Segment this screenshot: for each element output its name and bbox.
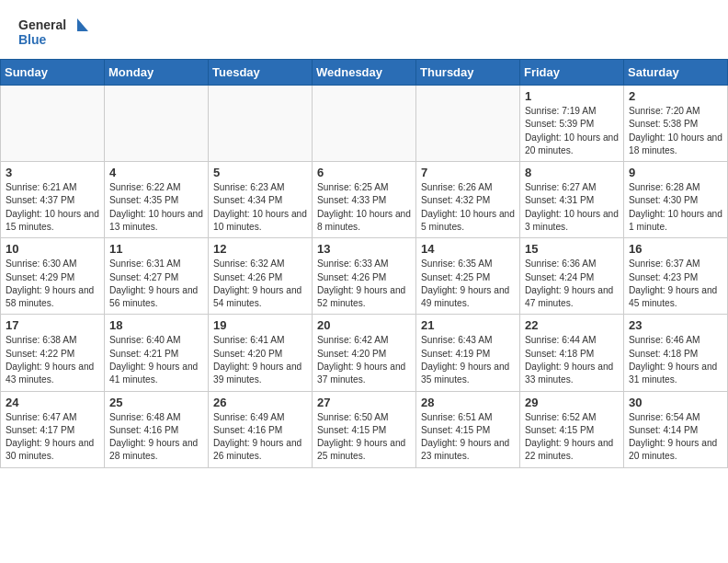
calendar-cell: 24Sunrise: 6:47 AM Sunset: 4:17 PM Dayli… bbox=[1, 391, 105, 467]
calendar-cell: 10Sunrise: 6:30 AM Sunset: 4:29 PM Dayli… bbox=[1, 238, 105, 315]
calendar-cell: 20Sunrise: 6:42 AM Sunset: 4:20 PM Dayli… bbox=[313, 315, 416, 391]
calendar-cell: 21Sunrise: 6:43 AM Sunset: 4:19 PM Dayli… bbox=[416, 315, 520, 391]
day-info: Sunrise: 6:32 AM Sunset: 4:26 PM Dayligh… bbox=[213, 258, 307, 310]
day-info: Sunrise: 6:26 AM Sunset: 4:32 PM Dayligh… bbox=[421, 181, 515, 234]
day-info: Sunrise: 6:52 AM Sunset: 4:15 PM Dayligh… bbox=[525, 411, 619, 464]
logo: GeneralBlue bbox=[18, 15, 92, 50]
calendar-header-sunday: Sunday bbox=[1, 60, 105, 86]
day-info: Sunrise: 6:33 AM Sunset: 4:26 PM Dayligh… bbox=[317, 258, 411, 310]
day-number: 4 bbox=[109, 166, 203, 179]
day-info: Sunrise: 6:22 AM Sunset: 4:35 PM Dayligh… bbox=[109, 181, 203, 234]
calendar-header-row: SundayMondayTuesdayWednesdayThursdayFrid… bbox=[1, 60, 728, 86]
day-number: 3 bbox=[6, 166, 99, 179]
calendar-cell: 12Sunrise: 6:32 AM Sunset: 4:26 PM Dayli… bbox=[209, 238, 313, 315]
day-number: 15 bbox=[525, 242, 619, 256]
day-number: 8 bbox=[525, 166, 619, 179]
calendar-cell: 19Sunrise: 6:41 AM Sunset: 4:20 PM Dayli… bbox=[209, 315, 313, 391]
day-number: 24 bbox=[6, 396, 99, 409]
calendar-cell: 30Sunrise: 6:54 AM Sunset: 4:14 PM Dayli… bbox=[624, 391, 728, 467]
calendar-cell bbox=[209, 86, 313, 162]
calendar-cell bbox=[416, 86, 520, 162]
day-number: 11 bbox=[109, 242, 203, 256]
calendar-cell: 28Sunrise: 6:51 AM Sunset: 4:15 PM Dayli… bbox=[416, 391, 520, 467]
day-number: 21 bbox=[421, 318, 515, 332]
calendar-table: SundayMondayTuesdayWednesdayThursdayFrid… bbox=[0, 59, 728, 468]
calendar-cell: 22Sunrise: 6:44 AM Sunset: 4:18 PM Dayli… bbox=[520, 315, 624, 391]
day-info: Sunrise: 6:49 AM Sunset: 4:16 PM Dayligh… bbox=[213, 411, 307, 464]
day-info: Sunrise: 6:43 AM Sunset: 4:19 PM Dayligh… bbox=[421, 334, 515, 386]
day-number: 7 bbox=[421, 166, 515, 179]
day-number: 2 bbox=[629, 89, 722, 103]
calendar-cell: 13Sunrise: 6:33 AM Sunset: 4:26 PM Dayli… bbox=[313, 238, 416, 315]
day-number: 6 bbox=[317, 166, 411, 179]
calendar-header-tuesday: Tuesday bbox=[209, 60, 313, 86]
calendar-header-thursday: Thursday bbox=[416, 60, 520, 86]
calendar-cell: 26Sunrise: 6:49 AM Sunset: 4:16 PM Dayli… bbox=[209, 391, 313, 467]
day-info: Sunrise: 6:44 AM Sunset: 4:18 PM Dayligh… bbox=[525, 334, 619, 386]
day-number: 20 bbox=[317, 318, 411, 332]
calendar-cell: 5Sunrise: 6:23 AM Sunset: 4:34 PM Daylig… bbox=[209, 162, 313, 238]
day-number: 25 bbox=[109, 396, 203, 409]
day-info: Sunrise: 6:30 AM Sunset: 4:29 PM Dayligh… bbox=[6, 258, 99, 310]
calendar-cell: 23Sunrise: 6:46 AM Sunset: 4:18 PM Dayli… bbox=[624, 315, 728, 391]
day-number: 29 bbox=[525, 396, 619, 409]
svg-text:General: General bbox=[18, 17, 66, 32]
logo-svg: GeneralBlue bbox=[18, 15, 92, 50]
day-number: 1 bbox=[525, 89, 619, 103]
day-info: Sunrise: 6:41 AM Sunset: 4:20 PM Dayligh… bbox=[213, 334, 307, 386]
day-info: Sunrise: 6:47 AM Sunset: 4:17 PM Dayligh… bbox=[6, 411, 99, 464]
day-info: Sunrise: 6:50 AM Sunset: 4:15 PM Dayligh… bbox=[317, 411, 411, 464]
day-info: Sunrise: 7:19 AM Sunset: 5:39 PM Dayligh… bbox=[525, 105, 619, 157]
calendar-header-wednesday: Wednesday bbox=[313, 60, 416, 86]
calendar-week-3: 10Sunrise: 6:30 AM Sunset: 4:29 PM Dayli… bbox=[1, 238, 728, 315]
day-number: 19 bbox=[213, 318, 307, 332]
day-info: Sunrise: 6:35 AM Sunset: 4:25 PM Dayligh… bbox=[421, 258, 515, 310]
calendar-cell: 8Sunrise: 6:27 AM Sunset: 4:31 PM Daylig… bbox=[520, 162, 624, 238]
day-number: 9 bbox=[629, 166, 722, 179]
calendar-cell: 25Sunrise: 6:48 AM Sunset: 4:16 PM Dayli… bbox=[105, 391, 209, 467]
day-info: Sunrise: 6:21 AM Sunset: 4:37 PM Dayligh… bbox=[6, 181, 99, 234]
day-info: Sunrise: 6:28 AM Sunset: 4:30 PM Dayligh… bbox=[629, 181, 722, 234]
day-info: Sunrise: 6:38 AM Sunset: 4:22 PM Dayligh… bbox=[6, 334, 99, 386]
calendar-header-saturday: Saturday bbox=[624, 60, 728, 86]
day-number: 17 bbox=[6, 318, 99, 332]
day-number: 30 bbox=[629, 396, 722, 409]
calendar-cell: 3Sunrise: 6:21 AM Sunset: 4:37 PM Daylig… bbox=[1, 162, 105, 238]
day-number: 22 bbox=[525, 318, 619, 332]
calendar-header-monday: Monday bbox=[105, 60, 209, 86]
day-info: Sunrise: 6:37 AM Sunset: 4:23 PM Dayligh… bbox=[629, 258, 722, 310]
day-info: Sunrise: 6:25 AM Sunset: 4:33 PM Dayligh… bbox=[317, 181, 411, 234]
day-info: Sunrise: 6:54 AM Sunset: 4:14 PM Dayligh… bbox=[629, 411, 722, 464]
calendar-cell: 11Sunrise: 6:31 AM Sunset: 4:27 PM Dayli… bbox=[105, 238, 209, 315]
calendar-cell bbox=[1, 86, 105, 162]
day-number: 13 bbox=[317, 242, 411, 256]
day-number: 23 bbox=[629, 318, 722, 332]
day-info: Sunrise: 6:31 AM Sunset: 4:27 PM Dayligh… bbox=[109, 258, 203, 310]
day-info: Sunrise: 6:46 AM Sunset: 4:18 PM Dayligh… bbox=[629, 334, 722, 386]
page-header: GeneralBlue bbox=[0, 0, 728, 53]
calendar-cell: 14Sunrise: 6:35 AM Sunset: 4:25 PM Dayli… bbox=[416, 238, 520, 315]
calendar-cell: 4Sunrise: 6:22 AM Sunset: 4:35 PM Daylig… bbox=[105, 162, 209, 238]
calendar-cell: 6Sunrise: 6:25 AM Sunset: 4:33 PM Daylig… bbox=[313, 162, 416, 238]
calendar-cell: 16Sunrise: 6:37 AM Sunset: 4:23 PM Dayli… bbox=[624, 238, 728, 315]
day-info: Sunrise: 6:42 AM Sunset: 4:20 PM Dayligh… bbox=[317, 334, 411, 386]
calendar-cell: 27Sunrise: 6:50 AM Sunset: 4:15 PM Dayli… bbox=[313, 391, 416, 467]
calendar-week-4: 17Sunrise: 6:38 AM Sunset: 4:22 PM Dayli… bbox=[1, 315, 728, 391]
calendar-cell: 7Sunrise: 6:26 AM Sunset: 4:32 PM Daylig… bbox=[416, 162, 520, 238]
day-number: 14 bbox=[421, 242, 515, 256]
day-info: Sunrise: 7:20 AM Sunset: 5:38 PM Dayligh… bbox=[629, 105, 722, 157]
day-number: 16 bbox=[629, 242, 722, 256]
calendar-cell bbox=[313, 86, 416, 162]
day-number: 18 bbox=[109, 318, 203, 332]
day-info: Sunrise: 6:48 AM Sunset: 4:16 PM Dayligh… bbox=[109, 411, 203, 464]
day-info: Sunrise: 6:40 AM Sunset: 4:21 PM Dayligh… bbox=[109, 334, 203, 386]
day-number: 27 bbox=[317, 396, 411, 409]
calendar-cell: 18Sunrise: 6:40 AM Sunset: 4:21 PM Dayli… bbox=[105, 315, 209, 391]
svg-text:Blue: Blue bbox=[18, 32, 47, 47]
day-number: 5 bbox=[213, 166, 307, 179]
calendar-cell: 9Sunrise: 6:28 AM Sunset: 4:30 PM Daylig… bbox=[624, 162, 728, 238]
calendar-cell: 1Sunrise: 7:19 AM Sunset: 5:39 PM Daylig… bbox=[520, 86, 624, 162]
calendar-week-2: 3Sunrise: 6:21 AM Sunset: 4:37 PM Daylig… bbox=[1, 162, 728, 238]
calendar-week-5: 24Sunrise: 6:47 AM Sunset: 4:17 PM Dayli… bbox=[1, 391, 728, 467]
day-number: 12 bbox=[213, 242, 307, 256]
